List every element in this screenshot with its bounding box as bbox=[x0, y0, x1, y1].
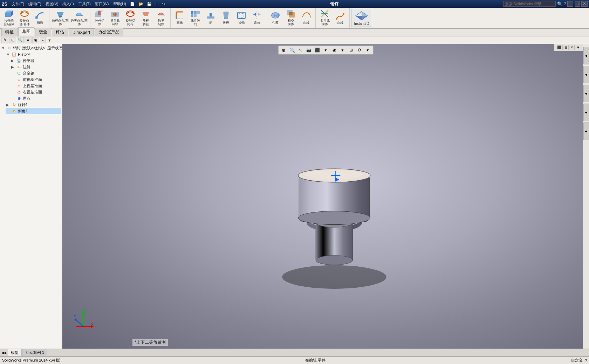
menu-window[interactable]: 窗口(W) bbox=[94, 1, 110, 7]
more-tools[interactable]: » bbox=[40, 37, 46, 43]
menu-file[interactable]: 文件(F) bbox=[11, 1, 25, 7]
camera-button[interactable]: 📷 bbox=[305, 47, 313, 54]
tree-chamfer1[interactable]: ◤ 倒角1 bbox=[6, 108, 61, 114]
title-bar: 2S 文件(F) 编辑(E) 视图(V) 插入(I) 工具(T) 窗口(W) 帮… bbox=[0, 0, 589, 8]
vp-maximize-btn[interactable]: ⬛ bbox=[556, 45, 563, 50]
sketch-tool-2[interactable]: ⊞ bbox=[9, 37, 16, 43]
help-btn[interactable]: ? bbox=[564, 1, 566, 6]
mirror-button[interactable]: 镜向 bbox=[249, 8, 265, 26]
tree-history[interactable]: ▼ 📋 History bbox=[6, 51, 61, 57]
tree-root[interactable]: ▼ ⚙ 销钉 (默认<<默认>_显示状态 1 bbox=[1, 45, 61, 51]
vp-close-btn[interactable]: ✕ bbox=[569, 45, 575, 50]
tree-revolve1[interactable]: ▶ ↻ 旋转1 bbox=[6, 102, 61, 108]
tab-evaluate[interactable]: 评估 bbox=[52, 28, 68, 36]
extrude-boss-button[interactable]: 拉伸凸台/基体 bbox=[1, 8, 17, 26]
root-expand-icon[interactable]: ▼ bbox=[1, 46, 6, 50]
win-minimize[interactable]: ─ bbox=[567, 1, 573, 7]
loft-boss-button[interactable]: 放样凸台/基体 bbox=[51, 8, 70, 26]
view-orient-button[interactable]: ◉ bbox=[330, 47, 338, 54]
tab-sheet-metal[interactable]: 钣金 bbox=[35, 28, 51, 36]
panel-arrow-5[interactable]: ◀ bbox=[583, 122, 589, 140]
vp-split-btn[interactable]: ⊟ bbox=[563, 45, 569, 50]
menu-edit[interactable]: 编辑(E) bbox=[27, 1, 42, 7]
view-orient-dropdown[interactable]: ▼ bbox=[339, 47, 347, 54]
revolve-boss-button[interactable]: 旋转凸台/基体 bbox=[17, 8, 32, 26]
filter-icon[interactable]: ▼ bbox=[48, 38, 52, 42]
menu-view[interactable]: 视图(V) bbox=[44, 1, 60, 7]
status-help[interactable]: ? bbox=[585, 358, 587, 363]
sketch-tool-5[interactable]: ◉ bbox=[32, 37, 39, 43]
menu-help[interactable]: 帮助(H) bbox=[112, 1, 127, 7]
tree-front-plane[interactable]: ◇ 前视基准面 bbox=[11, 76, 61, 83]
sketch-tool-3[interactable]: 🔍 bbox=[17, 37, 24, 43]
curves-button[interactable]: 曲线 bbox=[299, 8, 314, 26]
tree-annotations[interactable]: ▶ 🏷 注解 bbox=[11, 64, 61, 70]
revolve-cut-button[interactable]: 旋转切向导 bbox=[123, 8, 138, 26]
zoom-in-button[interactable]: 🔍 bbox=[288, 47, 296, 54]
rib-button[interactable]: 筋 bbox=[203, 8, 218, 26]
tab-dimxpert[interactable]: DimXpert bbox=[69, 29, 94, 36]
display-style-button[interactable]: ⬛ bbox=[314, 47, 321, 54]
hole-wizard-button[interactable]: 异型孔向导 bbox=[107, 8, 123, 26]
fillet-button[interactable]: 圆角 bbox=[172, 8, 187, 26]
more-view-options[interactable]: ▼ bbox=[364, 47, 372, 54]
menu-insert[interactable]: 插入(I) bbox=[61, 1, 75, 7]
select-tool-button[interactable]: ↖ bbox=[297, 47, 304, 54]
scroll-right-btn[interactable]: ▶ bbox=[5, 351, 7, 355]
boundary-cut-button[interactable]: 边界切除 bbox=[153, 8, 169, 26]
panel-arrow-4[interactable]: ◀ bbox=[583, 104, 589, 121]
qat-new[interactable]: 📄 bbox=[129, 2, 136, 6]
3d-viewport[interactable]: ⊕ 🔍 ↖ 📷 ⬛ ▼ ◉ ▼ ⊞ ⚙ ▼ bbox=[62, 44, 589, 349]
panel-arrow-2[interactable]: ◀ bbox=[583, 66, 589, 83]
sweep-button[interactable]: 扫描 bbox=[32, 8, 48, 26]
tree-right-plane[interactable]: ◇ 右视基准面 bbox=[11, 89, 61, 95]
menu-tools[interactable]: 工具(T) bbox=[77, 1, 92, 7]
annotations-expand-icon[interactable]: ▶ bbox=[11, 65, 16, 69]
sensors-expand-icon[interactable]: ▶ bbox=[11, 59, 16, 63]
qat-open[interactable]: 📂 bbox=[138, 2, 144, 6]
panel-arrow-3[interactable]: ◀ bbox=[583, 85, 589, 102]
qat-undo[interactable]: ↩ bbox=[155, 2, 159, 6]
tab-active-study[interactable]: 活动算例 1 bbox=[22, 349, 47, 356]
draft-button[interactable]: 拔模 bbox=[218, 8, 234, 26]
svg-marker-26 bbox=[224, 12, 228, 19]
view-settings-button[interactable]: ⚙ bbox=[356, 47, 363, 54]
qat-redo[interactable]: ↪ bbox=[161, 2, 166, 6]
revolve1-expand-icon[interactable]: ▶ bbox=[6, 103, 11, 107]
tree-material[interactable]: ⬡ 合金钢 bbox=[11, 70, 61, 76]
section-view-button[interactable]: ⊞ bbox=[347, 47, 355, 54]
display-style-dropdown[interactable]: ▼ bbox=[322, 47, 330, 54]
qat-save[interactable]: 💾 bbox=[146, 2, 152, 6]
search-input[interactable] bbox=[503, 1, 556, 7]
customize-btn[interactable]: 自定义 bbox=[571, 358, 583, 363]
scroll-left-btn[interactable]: ◀ bbox=[1, 351, 4, 355]
curves2-button[interactable]: 曲线 bbox=[333, 8, 348, 26]
extrude-cut-button[interactable]: 拉伸切除 bbox=[92, 8, 107, 26]
tab-sketch[interactable]: 草图 bbox=[18, 27, 34, 36]
tab-feature[interactable]: 特征 bbox=[1, 28, 18, 36]
zoom-fit-button[interactable]: ⊕ bbox=[280, 47, 288, 54]
win-close[interactable]: ✕ bbox=[581, 1, 588, 7]
history-expand-icon[interactable]: ▼ bbox=[6, 52, 11, 56]
ref-geometry-button[interactable]: 参考几何体 bbox=[317, 8, 333, 26]
tree-top-plane[interactable]: ◇ 上视基准面 bbox=[11, 83, 61, 89]
panel-arrow-1[interactable]: ◀ bbox=[583, 47, 589, 64]
wrap-button[interactable]: 包覆 包覆 bbox=[268, 8, 283, 26]
top-plane-label: 上视基准面 bbox=[23, 83, 42, 89]
tab-office[interactable]: 办公室产品 bbox=[95, 28, 123, 36]
instant3d-button[interactable]: Instant3D bbox=[351, 9, 372, 27]
shell-button[interactable]: 抽壳 bbox=[234, 8, 249, 26]
intersect-button[interactable]: 相交何体 bbox=[283, 8, 299, 26]
search-icon[interactable]: 🔍 bbox=[557, 1, 562, 6]
boundary-boss-button[interactable]: 边界凸台/基体 bbox=[70, 8, 89, 26]
vp-options-btn[interactable]: ▼ bbox=[575, 45, 581, 50]
sketch-tool-4[interactable]: ★ bbox=[25, 37, 32, 43]
loft-cut-button[interactable]: 放样切割 bbox=[138, 8, 153, 26]
material-icon: ⬡ bbox=[16, 70, 22, 76]
linear-pattern-button[interactable]: 线性阵列 bbox=[187, 8, 203, 26]
tab-model[interactable]: 模型 bbox=[8, 349, 22, 356]
win-restore[interactable]: □ bbox=[575, 1, 580, 7]
sketch-tool-1[interactable]: ✎ bbox=[1, 37, 8, 43]
tree-sensors[interactable]: ▶ 📡 传感器 bbox=[11, 57, 61, 64]
tree-origin[interactable]: ⊕ 原点 bbox=[11, 95, 61, 102]
